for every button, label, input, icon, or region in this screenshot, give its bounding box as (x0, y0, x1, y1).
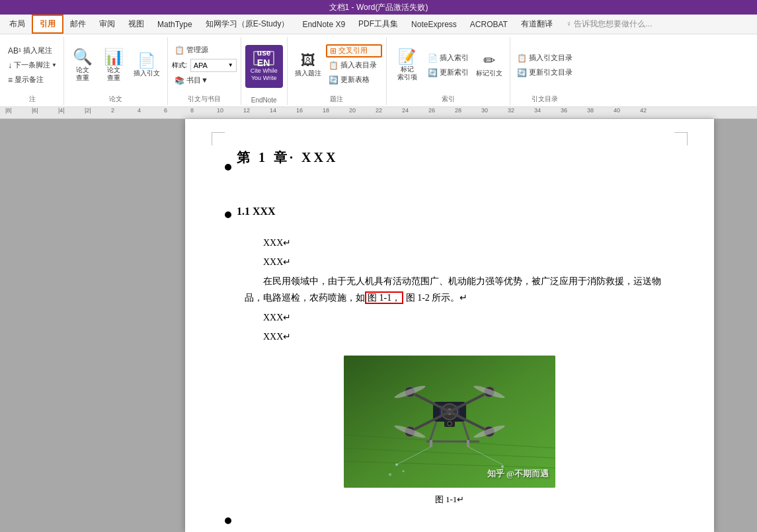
ruler-mark: 38 (587, 107, 594, 114)
cite-while-write-label: Cite WhileYou Write (251, 67, 278, 82)
chapter-bullet (225, 164, 231, 171)
ruler-mark: 12 (243, 107, 250, 114)
citation-group-label: 引文与书目 (172, 93, 237, 105)
insert-table-ref-btn[interactable]: 📋 插入表目录 (326, 59, 382, 72)
insert-cite-dir-btn[interactable]: 📋 插入引文目录 (514, 52, 575, 65)
cross-cite-btn[interactable]: ⊞ 交叉引用 (326, 44, 382, 57)
menu-cite[interactable]: 引用 (32, 15, 63, 34)
paper-check1-label: 论文查重 (76, 66, 89, 82)
figure-ref-highlight: 图 1-1， (365, 291, 403, 304)
left-margin (0, 119, 185, 532)
menu-noteexpress[interactable]: NoteExpress (405, 15, 463, 34)
menu-cnki[interactable]: 知网学习（原E-Study） (199, 15, 296, 34)
menu-pdf[interactable]: PDF工具集 (352, 15, 405, 34)
insert-table-ref-icon: 📋 (329, 61, 339, 70)
insert-caption-btn[interactable]: 🖼 插入题注 (292, 42, 325, 89)
ruler-mark: 28 (455, 107, 461, 114)
manage-source-btn[interactable]: 📋 管理源 (172, 44, 237, 57)
bottom-bullet (225, 517, 231, 524)
style-row: 样式: APA ▼ (172, 58, 237, 73)
insert-cite-dir-icon: 📋 (517, 54, 527, 63)
svg-point-34 (448, 422, 451, 425)
ruler-mark: 36 (561, 107, 567, 114)
cite-dir-buttons: 📋 插入引文目录 🔄 更新引文目录 (514, 37, 575, 93)
document[interactable]: 第 1 章· XXX 1.1 XXX XXX↵ XXX↵ 在民用领域中，由于无人… (185, 119, 714, 532)
ribbon-group-endnote: useEN Cite WhileYou Write EndNote (241, 37, 288, 105)
ruler: |8| |6| |4| |2| 2 4 6 8 10 12 14 16 18 2… (0, 107, 757, 119)
section-title: 1.1 XXX (237, 202, 276, 221)
paper-check2-icon: 📊 (104, 49, 124, 65)
update-cite-dir-btn[interactable]: 🔄 更新引文目录 (514, 66, 575, 79)
cite-dir-group-label: 引文目录 (514, 93, 575, 105)
paper-check1-icon: 🔍 (73, 49, 93, 65)
figure-image: 知乎 @不期而遇 (344, 356, 555, 488)
ribbon-content: AB¹ 插入尾注 ↓ 下一条脚注 ▼ ≡ 显示备注 注 (0, 34, 757, 106)
ruler-marks: |8| |6| |4| |2| 2 4 6 8 10 12 14 16 18 2… (5, 107, 752, 118)
update-index-icon: 🔄 (428, 68, 438, 77)
ruler-mark: 2 (111, 107, 114, 114)
main-area: 第 1 章· XXX 1.1 XXX XXX↵ XXX↵ 在民用领域中，由于无人… (0, 119, 757, 532)
ruler-mark: 26 (428, 107, 435, 114)
para-1: XXX↵ (245, 235, 674, 251)
endnote-group-label: EndNote (245, 95, 283, 105)
endnote-en-icon: useEN (253, 51, 274, 65)
right-margin (714, 119, 757, 532)
index-group-label: 索引 (391, 93, 506, 105)
menu-acrobat[interactable]: ACROBAT (463, 15, 514, 34)
insert-endnote-btn[interactable]: AB¹ 插入尾注 (5, 44, 60, 57)
mark-cite-btn[interactable]: ✏ 标记引文 (473, 42, 506, 89)
menu-review[interactable]: 审阅 (93, 15, 122, 34)
menu-search[interactable]: ♀ 告诉我您想要做什么... (559, 15, 658, 34)
menu-endnote[interactable]: EndNote X9 (296, 15, 352, 34)
menu-mathtype[interactable]: MathType (151, 15, 199, 34)
manage-source-label: 管理源 (186, 45, 208, 55)
ruler-mark: |6| (32, 107, 38, 114)
svg-point-5 (403, 470, 405, 472)
bibliography-btn[interactable]: 📚 书目▼ (172, 74, 237, 87)
show-notes-icon: ≡ (8, 75, 13, 85)
insert-table-ref-label: 插入表目录 (340, 60, 377, 70)
svg-rect-28 (430, 440, 432, 447)
notes-buttons: AB¹ 插入尾注 ↓ 下一条脚注 ▼ ≡ 显示备注 (5, 37, 60, 93)
menu-layout[interactable]: 布局 (3, 15, 32, 34)
menu-view[interactable]: 视图 (122, 15, 151, 34)
ribbon-group-caption: 🖼 插入题注 ⊞ 交叉引用 📋 插入表目录 🔄 更新表格 (288, 37, 387, 105)
show-notes-btn[interactable]: ≡ 显示备注 (5, 73, 60, 87)
menu-mail[interactable]: 邮件 (63, 15, 93, 34)
insert-endnote-label: 插入尾注 (23, 46, 52, 56)
menu-youdao[interactable]: 有道翻译 (514, 15, 559, 34)
style-selector[interactable]: APA ▼ (190, 59, 237, 72)
paper-check1-btn[interactable]: 🔍 论文查重 (68, 42, 98, 89)
insert-caption-label: 插入题注 (295, 69, 321, 77)
svg-rect-29 (467, 440, 469, 447)
update-cite-dir-label: 更新引文目录 (529, 67, 573, 77)
figure-caption: 图 1-1↵ (435, 492, 465, 507)
svg-point-6 (389, 473, 391, 476)
mark-cite-label: 标记引文 (476, 69, 502, 77)
paper-check2-btn[interactable]: 📊 论文查重 (99, 42, 129, 89)
update-table-btn[interactable]: 🔄 更新表格 (326, 73, 382, 87)
caption-group-label: 题注 (292, 93, 382, 105)
ribbon-group-notes: AB¹ 插入尾注 ↓ 下一条脚注 ▼ ≡ 显示备注 注 (1, 37, 64, 105)
cite-while-write-btn[interactable]: useEN Cite WhileYou Write (245, 45, 283, 88)
ribbon: AB¹ 插入尾注 ↓ 下一条脚注 ▼ ≡ 显示备注 注 (0, 34, 757, 107)
insert-cite-dir-label: 插入引文目录 (529, 53, 573, 63)
insert-index-btn[interactable]: 📄 插入索引 (425, 52, 471, 65)
mark-entry-label: 标记索引项 (397, 65, 417, 81)
ruler-mark: 10 (217, 107, 223, 114)
insert-index-icon: 📄 (428, 54, 438, 63)
insert-cite-btn[interactable]: 📄 插入引文 (130, 42, 163, 89)
update-index-btn[interactable]: 🔄 更新索引 (425, 66, 471, 79)
next-footnote-btn[interactable]: ↓ 下一条脚注 ▼ (5, 59, 60, 72)
insert-caption-icon: 🖼 (301, 54, 315, 68)
insert-index-label: 插入索引 (440, 53, 469, 63)
page-corner-tr (674, 132, 688, 145)
ruler-mark: 4 (138, 107, 141, 114)
chapter-title: 第 1 章· XXX (237, 145, 338, 169)
mark-entry-btn[interactable]: 📝 标记索引项 (391, 42, 424, 89)
paper-check2-label: 论文查重 (107, 66, 120, 82)
ruler-mark: 16 (296, 107, 303, 114)
ribbon-group-citation: 📋 管理源 样式: APA ▼ 📚 书目▼ (168, 37, 241, 105)
update-table-icon: 🔄 (329, 75, 339, 85)
update-cite-dir-icon: 🔄 (517, 68, 527, 77)
